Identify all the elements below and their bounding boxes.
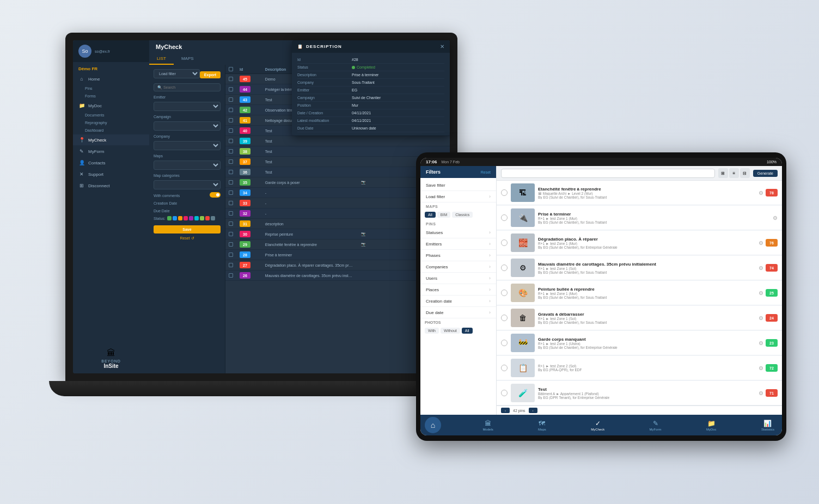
detail-view-btn[interactable]: ⊟ <box>740 168 750 178</box>
gear-icon[interactable]: ⚙ <box>759 365 763 371</box>
filter-emitters[interactable]: Emitters › <box>420 238 496 250</box>
status-dot-orange[interactable] <box>178 216 182 220</box>
row-checkbox[interactable] <box>229 263 233 267</box>
gear-icon[interactable]: ⚙ <box>759 290 763 296</box>
row-checkbox[interactable] <box>229 108 233 112</box>
row-checkbox[interactable] <box>229 211 233 216</box>
status-dot-green[interactable] <box>167 216 172 220</box>
item-radio[interactable] <box>501 214 508 221</box>
campaign-select[interactable] <box>154 121 221 131</box>
item-radio[interactable] <box>501 265 508 271</box>
pagination-next[interactable]: › <box>529 408 537 413</box>
row-checkbox[interactable] <box>229 180 233 185</box>
list-item[interactable]: 🎨 Peinture bullée à reprendre R+1 ► test… <box>497 281 782 305</box>
filter-creation-date[interactable]: Creation date › <box>420 296 496 307</box>
footer-models-btn[interactable]: 🏛 Models <box>479 419 496 432</box>
item-radio[interactable] <box>501 189 508 196</box>
maps-tab-classics[interactable]: Classics <box>452 212 473 218</box>
list-item[interactable]: 🗑 Gravats à débarrasser R+1 ► test Zone … <box>497 306 782 330</box>
row-checkbox[interactable] <box>229 128 233 133</box>
sidebar-item-myform[interactable]: ✎ MyForm <box>73 146 149 157</box>
filter-companies[interactable]: Companies › <box>420 261 496 273</box>
item-radio[interactable] <box>501 390 508 396</box>
tab-list[interactable]: LIST <box>149 53 174 65</box>
gear-icon[interactable]: ⚙ <box>759 190 763 196</box>
item-radio[interactable] <box>501 365 508 371</box>
grid-view-btn[interactable]: ⊞ <box>718 168 728 178</box>
load-filter-btn[interactable]: Load filter › <box>420 191 496 202</box>
load-filter-select[interactable]: Load filter <box>154 69 200 78</box>
company-select[interactable] <box>154 141 221 150</box>
footer-mycheck-btn[interactable]: ✓ MyCheck <box>588 419 608 432</box>
sidebar-item-mycheck[interactable]: 📍 MyCheck <box>73 134 149 145</box>
row-checkbox[interactable] <box>229 190 233 195</box>
filter-statuses[interactable]: Statuses › <box>420 227 496 238</box>
filter-users[interactable]: Users › <box>420 273 496 284</box>
sidebar-item-disconnect[interactable]: ⊞ Disconnect <box>73 180 149 191</box>
status-dot-pink[interactable] <box>184 216 188 220</box>
sidebar-item-mydoc[interactable]: 📁 MyDoc <box>73 100 149 111</box>
row-checkbox[interactable] <box>229 87 233 91</box>
row-checkbox[interactable] <box>229 273 233 278</box>
maps-tab-bim[interactable]: BIM <box>437 212 450 218</box>
sidebar-item-home[interactable]: ⌂ Home <box>73 73 149 84</box>
list-item[interactable]: 📋 R+1 ► test Zone 2 (Sol) By EG (PRA-QPR… <box>497 356 782 380</box>
filter-due-date[interactable]: Due date › <box>420 307 496 318</box>
item-radio[interactable] <box>501 315 508 321</box>
list-item[interactable]: 🧪 Test Bâtiment A ► Appartement 1 (Plafo… <box>497 381 782 405</box>
list-item[interactable]: 🏗 Etanchéité fenêtre à reprendre 🏛 Maque… <box>497 181 782 205</box>
list-item[interactable]: 🧱 Dégradation placo. À réparer R+1 ► tes… <box>497 231 782 255</box>
gear-icon[interactable]: ⚙ <box>759 340 763 346</box>
row-checkbox[interactable] <box>229 139 233 143</box>
photos-all-btn[interactable]: All <box>462 328 473 334</box>
filter-places[interactable]: Places › <box>420 284 496 296</box>
footer-mydoc-btn[interactable]: 📁 MyDoc <box>703 419 720 432</box>
gear-icon[interactable]: ⚙ <box>759 390 763 396</box>
emitter-select[interactable] <box>154 102 221 111</box>
list-item[interactable]: 🚧 Garde corps manquant R+1 ► test Zone 1… <box>497 331 782 355</box>
status-dot-gray[interactable] <box>211 216 215 220</box>
gear-icon[interactable]: ⚙ <box>759 240 763 246</box>
footer-maps-btn[interactable]: 🗺 Maps <box>535 419 549 432</box>
item-radio[interactable] <box>501 340 508 346</box>
row-checkbox[interactable] <box>229 149 233 153</box>
maps-select[interactable] <box>154 161 221 170</box>
row-checkbox[interactable] <box>229 253 233 257</box>
row-checkbox[interactable] <box>229 201 233 205</box>
map-categories-select[interactable] <box>154 180 221 189</box>
status-dot-purple[interactable] <box>189 216 193 220</box>
item-radio[interactable] <box>501 290 508 296</box>
list-item[interactable]: ⚙ Mauvais diamètre de carottages. 35cm p… <box>497 256 782 280</box>
list-view-btn[interactable]: ≡ <box>729 168 739 178</box>
row-checkbox[interactable] <box>229 77 233 81</box>
row-checkbox[interactable] <box>229 232 233 236</box>
pagination-prev[interactable]: ‹ <box>501 408 510 413</box>
footer-statistics-btn[interactable]: 📊 Statistics <box>758 419 778 432</box>
filter-phases[interactable]: Phases › <box>420 250 496 261</box>
search-input[interactable] <box>154 83 221 91</box>
status-dot-blue[interactable] <box>173 216 177 220</box>
photos-with-btn[interactable]: With <box>425 328 439 334</box>
row-checkbox[interactable] <box>229 170 233 174</box>
description-modal-close[interactable]: ✕ <box>440 44 444 50</box>
sidebar-item-support[interactable]: ✕ Support <box>73 169 149 180</box>
gear-icon[interactable]: ⚙ <box>759 315 763 321</box>
sidebar-item-reprography[interactable]: Reprography <box>73 119 149 126</box>
sidebar-item-dashboard[interactable]: Dashboard <box>73 127 149 134</box>
item-radio[interactable] <box>501 239 508 246</box>
gear-icon[interactable]: ⚙ <box>773 215 778 221</box>
tab-maps[interactable]: MAPS <box>174 53 201 65</box>
row-checkbox[interactable] <box>229 159 233 164</box>
home-button[interactable]: ⌂ <box>425 417 441 433</box>
filter-reset-btn[interactable]: Reset <box>481 170 491 174</box>
save-filter-button[interactable]: Save <box>154 225 221 233</box>
select-all-checkbox[interactable] <box>229 67 233 71</box>
tablet-search-input[interactable] <box>501 169 715 178</box>
export-button[interactable]: Export <box>200 71 221 78</box>
generate-button[interactable]: Generate <box>753 170 778 177</box>
sidebar-item-contacts[interactable]: 👤 Contacts <box>73 157 149 168</box>
sidebar-item-forms[interactable]: Forms <box>73 93 149 100</box>
sidebar-item-pins[interactable]: Pins <box>73 85 149 92</box>
save-filter-btn[interactable]: Save filter <box>420 180 496 191</box>
with-comments-toggle[interactable] <box>210 192 221 198</box>
